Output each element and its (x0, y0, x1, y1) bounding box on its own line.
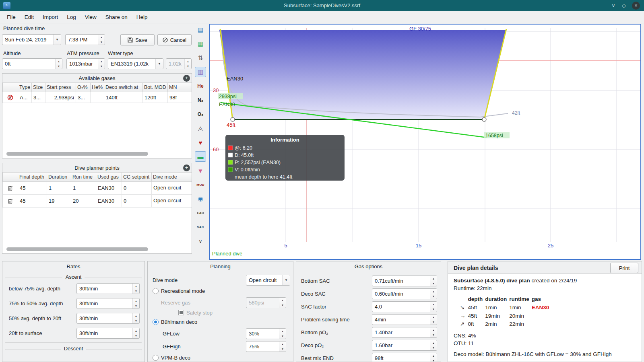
spinner-arrows[interactable] (430, 340, 437, 350)
rate-field-2[interactable]: 30ft/min (76, 298, 140, 309)
spinner-arrows[interactable] (430, 327, 437, 337)
chevron-down-icon[interactable] (53, 35, 61, 45)
col-final-depth[interactable]: Final depth (18, 173, 47, 182)
spinner-arrows[interactable] (430, 315, 437, 325)
col-mnd[interactable]: MN (168, 83, 192, 92)
calculated-ceiling-icon[interactable]: ▦ (195, 39, 206, 49)
menu-edit[interactable]: Edit (20, 12, 38, 22)
col-type[interactable]: Type (18, 83, 32, 92)
point-row[interactable]: 45 1 1 EAN30 0 Open circuit (3, 182, 192, 195)
diver-icon[interactable]: ◉ (195, 193, 206, 204)
spinner-arrows[interactable] (279, 341, 286, 352)
menu-file[interactable]: File (2, 12, 20, 22)
planned-dive-label: Planned dive (212, 251, 242, 257)
spinner-arrows[interactable] (132, 313, 139, 323)
spinner-arrows[interactable] (132, 328, 139, 338)
spinner-arrows[interactable] (132, 284, 139, 294)
po2-toggle[interactable]: O₂ (195, 109, 206, 119)
point-row[interactable]: 45 19 20 EAN30 0 Open circuit (3, 195, 192, 208)
deco-sac-field[interactable]: 0.60cuft/min (372, 288, 437, 299)
spinner-arrows[interactable] (430, 353, 437, 362)
menu-log[interactable]: Log (62, 12, 80, 22)
tank-bar-icon[interactable]: ▬ (195, 151, 206, 162)
best-mix-end-field[interactable]: 98ft (372, 353, 437, 362)
problem-solving-time-field[interactable]: 4min (372, 314, 437, 325)
buhlmann-deco-radio[interactable] (153, 319, 159, 325)
spinner-arrows[interactable] (279, 329, 286, 339)
spinner-arrows[interactable] (98, 59, 105, 69)
mod-toggle[interactable]: MOD (195, 179, 206, 190)
bottom-sac-field[interactable]: 0.71cuft/min (372, 276, 437, 286)
col-start-press[interactable]: Start press (45, 83, 76, 92)
gas-row[interactable]: A... 3... 2,938psi 3... 140ft 120ft 98f (3, 92, 192, 103)
col-bot-mod[interactable]: Bot. MOD (143, 83, 168, 92)
atm-pressure-field[interactable]: 1013mbar (66, 58, 105, 69)
print-button[interactable]: Print (610, 263, 638, 273)
save-button[interactable]: Save (120, 34, 155, 45)
end-pressure-label: 1658psi (485, 133, 503, 138)
gas-graph-icon[interactable]: ◬ (195, 123, 206, 134)
pn2-toggle[interactable]: N₂ (195, 95, 206, 105)
gases-hscrollbar[interactable] (6, 152, 148, 156)
spinner-arrows[interactable] (430, 289, 437, 299)
altitude-field[interactable]: 0ft (2, 58, 62, 69)
spinner-arrows[interactable] (98, 35, 105, 45)
col-he[interactable]: He% (91, 83, 104, 92)
menu-import[interactable]: Import (38, 12, 62, 22)
chevron-down-icon[interactable] (155, 59, 163, 69)
scroll-down-icon[interactable]: ∨ (195, 236, 206, 246)
ead-toggle[interactable]: EAD (195, 208, 206, 218)
dive-mode-select[interactable]: Open circuit (246, 275, 290, 286)
remove-gas-icon[interactable] (7, 95, 13, 101)
col-size[interactable]: Size (32, 83, 45, 92)
rate-field-3[interactable]: 30ft/min (76, 313, 140, 324)
profile-handle-left[interactable] (231, 117, 235, 121)
col-dive-mode[interactable]: Dive mode (152, 173, 192, 182)
col-o2[interactable]: O₂% (76, 83, 91, 92)
close-icon[interactable]: × (632, 2, 640, 10)
delete-point-icon[interactable] (8, 185, 13, 191)
deco-po2-field[interactable]: 1.60bar (372, 340, 437, 351)
recreational-mode-radio[interactable] (153, 288, 159, 294)
minimize-icon[interactable]: ∨ (609, 2, 617, 10)
cancel-button[interactable]: Cancel (157, 34, 192, 45)
col-used-gas[interactable]: Used gas (96, 173, 122, 182)
tissues-icon[interactable]: ▥ (195, 67, 206, 77)
water-type-select[interactable]: EN13319 (1.02k (108, 58, 163, 69)
profile-handle-right[interactable] (482, 117, 486, 121)
points-hscrollbar[interactable] (6, 247, 148, 251)
col-deco-switch[interactable]: Deco switch at (104, 83, 143, 92)
vpmb-deco-radio[interactable] (153, 355, 159, 361)
delete-point-icon[interactable] (8, 198, 13, 204)
heart-rate-icon[interactable]: ♥ (195, 137, 206, 148)
sac-factor-field[interactable]: 4.0 (372, 301, 437, 312)
dive-date-select[interactable]: Sun Feb 24, 2019 (2, 34, 61, 45)
add-gas-button[interactable]: + (183, 75, 190, 82)
dive-time-field[interactable]: 7:38 PM (65, 34, 105, 45)
dive-profile-chart[interactable]: GF 30/75 EAN30 2938psi EAN30 45ft 42ft 1… (209, 24, 641, 260)
plan-heading: Subsurface (4.8.5.0) dive plan (454, 278, 530, 284)
menu-help[interactable]: Help (132, 12, 152, 22)
add-point-button[interactable]: + (183, 165, 190, 171)
gfhigh-field[interactable]: 75% (246, 341, 286, 352)
menu-share-on[interactable]: Share on (101, 12, 132, 22)
phe-toggle[interactable]: He (195, 81, 206, 91)
menu-view[interactable]: View (80, 12, 101, 22)
maximize-icon[interactable]: ◇ (620, 2, 628, 10)
col-duration[interactable]: Duration (47, 173, 71, 182)
dc-ceiling-icon[interactable]: ▤ (195, 25, 206, 35)
spinner-arrows[interactable] (430, 276, 437, 286)
chevron-down-icon[interactable] (282, 275, 290, 285)
rate-field-4[interactable]: 30ft/min (76, 328, 140, 339)
spinner-arrows[interactable] (430, 302, 437, 312)
bottom-po2-field[interactable]: 1.40bar (372, 327, 437, 338)
spinner-arrows[interactable] (132, 298, 139, 309)
increments-icon[interactable]: ⇅ (195, 53, 206, 63)
sac-toggle[interactable]: SAC (195, 222, 206, 232)
gflow-field[interactable]: 30% (246, 328, 286, 339)
gas-flask-icon[interactable]: ▼ (195, 165, 206, 176)
col-cc-setpoint[interactable]: CC setpoint (122, 173, 152, 182)
col-run-time[interactable]: Run time (71, 173, 96, 182)
spinner-arrows[interactable] (55, 59, 62, 69)
rate-field-1[interactable]: 30ft/min (76, 283, 140, 294)
